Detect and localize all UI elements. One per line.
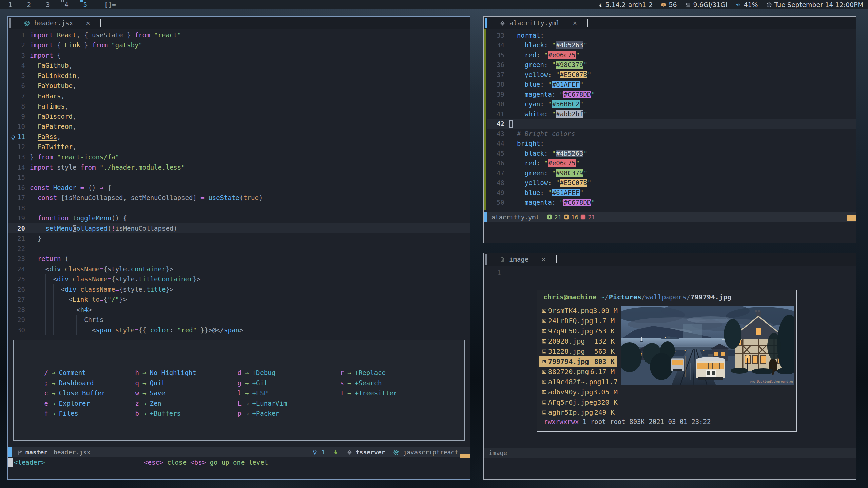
image-file-icon xyxy=(539,318,548,324)
whichkey-binding--treesitter[interactable]: T→+Treesitter xyxy=(339,388,397,398)
whichkey-binding--replace[interactable]: r→+Replace xyxy=(339,368,397,378)
scrollbar-indicator[interactable] xyxy=(847,215,856,221)
tab-image[interactable]: image × xyxy=(484,253,552,266)
whichkey-binding--buffers[interactable]: b→+Buffers xyxy=(134,408,196,418)
code-line-40[interactable]: 40 cyan: "#56B6C2" xyxy=(487,99,856,109)
whichkey-binding-dashboard[interactable]: ;→Dashboard xyxy=(43,378,105,388)
code-line-49[interactable]: 49 blue: "#61AFEF" xyxy=(487,188,856,198)
image-file-icon xyxy=(539,359,548,365)
code-line-21[interactable]: 21 } xyxy=(8,233,470,243)
whichkey-binding-explorer[interactable]: e→Explorer xyxy=(43,398,105,408)
speaker-icon xyxy=(735,2,741,8)
code-line-1[interactable]: 1import React, { useState } from "react" xyxy=(8,30,470,40)
file-row-AFq5r6j.jpeg[interactable]: AFq5r6j.jpeg320 K xyxy=(539,397,617,407)
code-line-14[interactable]: 14import style from "./header.module.les… xyxy=(8,162,470,172)
file-row-9rsmTK4.png[interactable]: 9rsmTK4.png3.09 M xyxy=(539,306,617,316)
whichkey-binding-close-buffer[interactable]: c→Close Buffer xyxy=(43,388,105,398)
file-row-882720.png[interactable]: 882720.png6.17 M xyxy=(539,367,617,377)
close-icon[interactable]: × xyxy=(86,19,90,27)
code-line-20[interactable]: 20 setMenuCollapsed(!isMenuCollapsed) xyxy=(8,223,470,233)
code-line-17[interactable]: 17 const [isMenuCollapsed, setMenuCollap… xyxy=(8,193,470,203)
code-line-24[interactable]: 24 <div className={style.container}> xyxy=(8,264,470,274)
code-line-29[interactable]: 29 Chris xyxy=(8,315,470,325)
file-row-ad6v90y.jpg[interactable]: ad6v90y.jpg3.05 M xyxy=(539,387,617,397)
code-line-41[interactable]: 41 white: "#abb2bf" xyxy=(487,109,856,119)
code-line-42[interactable]: 42 xyxy=(487,119,856,129)
code-line-19[interactable]: 19 function toggleMenu() { xyxy=(8,213,470,223)
code-line-43[interactable]: 43 # Bright colors xyxy=(487,129,856,139)
code-line-38[interactable]: 38 blue: "#61AFEF" xyxy=(487,80,856,90)
code-line-37[interactable]: 37 yellow: "#E5C07B" xyxy=(487,70,856,80)
whichkey-binding-no-highlight[interactable]: h→No Highlight xyxy=(134,368,196,378)
whichkey-binding--lsp[interactable]: l→+LSP xyxy=(236,388,287,398)
whichkey-binding--debug[interactable]: d→+Debug xyxy=(236,368,287,378)
line-number: 1 xyxy=(484,268,501,278)
code-line-26[interactable]: 26 <div className={style.title}> xyxy=(8,284,470,294)
whichkey-binding-zen[interactable]: z→Zen xyxy=(134,398,196,408)
code-line-15[interactable]: 15 xyxy=(8,172,470,182)
code-line-34[interactable]: 34 black: "#4b5263" xyxy=(487,40,856,50)
whichkey-binding-comment[interactable]: /→Comment xyxy=(43,368,105,378)
code-line-47[interactable]: 47 green: "#98C379" xyxy=(487,168,856,178)
code-line-45[interactable]: 45 black: "#4b5263" xyxy=(487,149,856,158)
code-line-48[interactable]: 48 yellow: "#E5C07B" xyxy=(487,178,856,188)
code-line-18[interactable]: 18 xyxy=(8,203,470,213)
code-line-44[interactable]: 44 bright: xyxy=(487,139,856,149)
tab-alacritty-yml[interactable]: alacritty.yml × xyxy=(484,17,583,29)
whichkey-binding-save[interactable]: w→Save xyxy=(134,388,196,398)
code-line-39[interactable]: 39 magenta: "#C678DD" xyxy=(487,90,856,99)
workspace-button-5[interactable]: 5 xyxy=(83,1,87,8)
command-line[interactable]: <leader> <esc> close <bs> go up one leve… xyxy=(8,457,470,467)
git-branch-name[interactable]: master xyxy=(25,449,47,456)
code-line-5[interactable]: 5 FaLinkedin, xyxy=(8,71,470,81)
code-line-1[interactable]: 1 xyxy=(484,268,856,278)
code-line-3[interactable]: 3import { xyxy=(8,50,470,60)
code-line-6[interactable]: 6 FaYoutube, xyxy=(8,81,470,91)
file-row-97q9L5D.jpg[interactable]: 97q9L5D.jpg753 K xyxy=(539,326,617,336)
code-line-8[interactable]: 8 FaTimes, xyxy=(8,101,470,111)
close-icon[interactable]: × xyxy=(573,19,577,27)
code-line-11[interactable]: 11 FaRss, xyxy=(8,132,470,142)
file-row-31228.jpg[interactable]: 31228.jpg563 K xyxy=(539,346,617,356)
code-line-46[interactable]: 46 red: "#e06c75" xyxy=(487,158,856,168)
file-row-a19c482f~.png[interactable]: a19c482f~.png11.7 M xyxy=(539,377,617,387)
file-row-24LrDFQ.jpg[interactable]: 24LrDFQ.jpg1.7 M xyxy=(539,316,617,326)
code-line-4[interactable]: 4 FaGithub, xyxy=(8,60,470,71)
code-line-50[interactable]: 50 magenta: "#C678DD" xyxy=(487,198,856,208)
diagnostic-hint-icon[interactable] xyxy=(312,449,318,455)
whichkey-binding--git[interactable]: g→+Git xyxy=(236,378,287,388)
code-line-28[interactable]: 28 <h4> xyxy=(8,305,470,315)
code-line-33[interactable]: 33 normal: xyxy=(487,31,856,40)
line-number: 2 xyxy=(8,40,25,50)
code-line-7[interactable]: 7 FaBars, xyxy=(8,91,470,101)
code-line-2[interactable]: 2import { Link } from "gatsby" xyxy=(8,40,470,50)
code-line-16[interactable]: 16const Header = () ⇒ { xyxy=(8,182,470,193)
workspace-button-2[interactable]: 2 xyxy=(27,1,31,8)
code-line-35[interactable]: 35 red: "#e06c75" xyxy=(487,50,856,60)
whichkey-binding--search[interactable]: s→+Search xyxy=(339,378,397,388)
file-row-aghr5Ip.jpg[interactable]: aghr5Ip.jpg249 K xyxy=(539,407,617,417)
workspace-button-1[interactable]: 1 xyxy=(8,1,12,8)
code-line-25[interactable]: 25 <div className={style.titleContainer}… xyxy=(8,274,470,284)
code-line-23[interactable]: 23 return ( xyxy=(8,254,470,264)
code-line-30[interactable]: 30 <span style={{ color: "red" }}>@</spa… xyxy=(8,325,470,335)
code-line-12[interactable]: 12 FaTwitter, xyxy=(8,142,470,152)
code-line-9[interactable]: 9 FaDiscord, xyxy=(8,111,470,121)
tab-header-jsx[interactable]: header.jsx × xyxy=(8,17,96,29)
code-line-22[interactable]: 22 xyxy=(8,243,470,254)
code-line-10[interactable]: 10 FaPatreon, xyxy=(8,121,470,132)
code-line-36[interactable]: 36 green: "#98C379" xyxy=(487,60,856,70)
workspace-button-3[interactable]: 3 xyxy=(46,1,50,8)
whichkey-binding-quit[interactable]: q→Quit xyxy=(134,378,196,388)
whichkey-binding--lunarvim[interactable]: L→+LunarVim xyxy=(236,398,287,408)
whichkey-binding-files[interactable]: f→Files xyxy=(43,408,105,418)
line-number: 40 xyxy=(487,99,504,109)
file-row-799794.jpg[interactable]: 799794.jpg803 K xyxy=(539,356,617,367)
layout-indicator[interactable]: []= xyxy=(104,1,116,8)
file-row-20920.jpg[interactable]: 20920.jpg132 K xyxy=(539,336,617,346)
close-icon[interactable]: × xyxy=(541,255,545,263)
whichkey-binding--packer[interactable]: p→+Packer xyxy=(236,408,287,418)
code-line-13[interactable]: 13} from "react-icons/fa" xyxy=(8,152,470,162)
code-line-27[interactable]: 27 <Link to={"/"}> xyxy=(8,294,470,305)
workspace-button-4[interactable]: 4 xyxy=(64,1,68,8)
